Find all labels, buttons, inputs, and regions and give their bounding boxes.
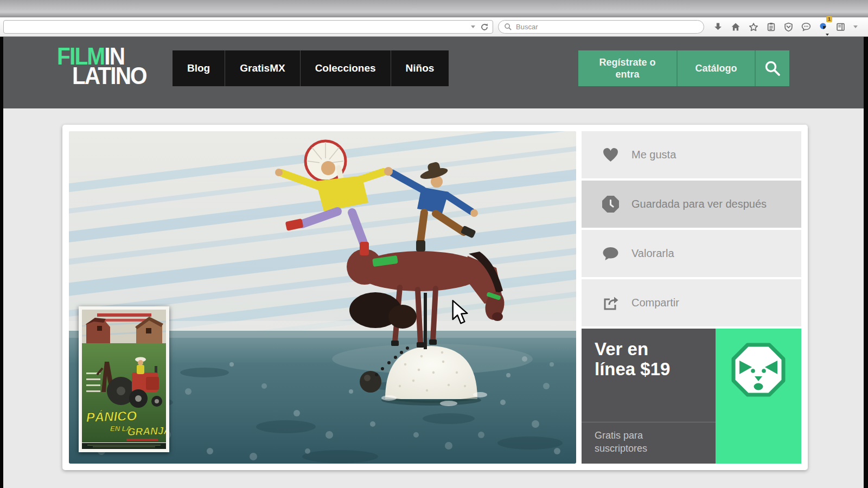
bookmarks-list-icon[interactable] [767, 22, 776, 31]
register-button[interactable]: Regístrate o entra [578, 50, 678, 86]
watch-later-button[interactable]: Guardada para ver después [582, 181, 801, 228]
share-label: Compartir [631, 297, 679, 309]
nav-item-colecciones[interactable]: Colecciones [301, 50, 391, 86]
extension-caret-icon [826, 34, 829, 36]
like-button[interactable]: Me gusta [582, 131, 801, 178]
toolbar-icons: 1 [713, 22, 858, 33]
poster-title-line3: GRANJA [127, 425, 166, 438]
catalog-button[interactable]: Catálogo [678, 50, 756, 86]
overflow-menu-icon[interactable] [853, 25, 858, 28]
address-dropdown-icon[interactable] [471, 25, 475, 28]
address-bar[interactable] [3, 20, 493, 34]
bookmark-star-icon[interactable] [749, 22, 758, 32]
main-nav: Blog GratisMX Colecciones Niños [173, 50, 449, 86]
watch-title-line1: Ver en [595, 339, 716, 359]
watch-title-line2: línea $19 [595, 359, 716, 380]
movie-actions-sidebar: Me gusta Guardada para ver después [582, 131, 801, 464]
watch-online-title: Ver en línea $19 [582, 329, 716, 380]
search-bar[interactable]: Buscar [498, 20, 704, 34]
filminlatino-page: FILMIN LATINO Blog GratisMX Colecciones … [3, 37, 864, 488]
subscription-button[interactable] [716, 329, 801, 464]
reload-icon[interactable] [480, 23, 489, 31]
sidebar-panel-icon[interactable] [836, 22, 845, 31]
extension-dot-icon [819, 22, 828, 30]
header-actions: Regístrate o entra Catálogo [578, 50, 789, 86]
heart-icon [602, 147, 619, 163]
logo-latino: LATINO [72, 66, 146, 86]
movie-poster-thumbnail[interactable]: PÁNICO EN LA GRANJA [79, 306, 169, 452]
watch-online-button[interactable]: Ver en línea $19 Gratis para suscriptore… [582, 329, 716, 464]
extension-badge: 1 [826, 16, 832, 23]
share-button[interactable]: Compartir [582, 279, 801, 326]
like-label: Me gusta [631, 149, 676, 161]
search-icon [504, 23, 512, 31]
download-icon[interactable] [713, 22, 723, 31]
browser-toolbar: Buscar [0, 17, 868, 37]
search-placeholder: Buscar [516, 23, 538, 31]
home-icon[interactable] [731, 22, 741, 31]
screen: Buscar [0, 0, 868, 488]
free-note-label: Gratis para suscriptores [595, 429, 671, 455]
nav-item-gratismx[interactable]: GratisMX [225, 50, 300, 86]
pocket-shield-icon[interactable] [784, 22, 793, 32]
movie-card: PÁNICO EN LA GRANJA [62, 125, 808, 470]
share-icon [602, 295, 619, 311]
messages-icon[interactable] [801, 22, 811, 31]
poster-artwork: PÁNICO EN LA GRANJA [82, 310, 166, 449]
watch-later-label: Guardada para ver después [631, 198, 767, 210]
site-header: FILMIN LATINO Blog GratisMX Colecciones … [3, 37, 864, 108]
clock-icon [602, 196, 619, 213]
extension-button[interactable]: 1 [819, 22, 828, 33]
filminlatino-logo[interactable]: FILMIN LATINO [57, 47, 146, 86]
rate-button[interactable]: Valorarla [582, 230, 801, 277]
purchase-panel: Ver en línea $19 Gratis para suscriptore… [582, 329, 801, 464]
movie-still[interactable]: PÁNICO EN LA GRANJA [69, 131, 576, 464]
nav-item-blog[interactable]: Blog [173, 50, 225, 86]
nav-item-ninos[interactable]: Niños [391, 50, 449, 86]
browser-viewport: FILMIN LATINO Blog GratisMX Colecciones … [0, 37, 868, 488]
free-for-subscribers[interactable]: Gratis para suscriptores [582, 422, 716, 464]
site-search-button[interactable] [756, 50, 789, 86]
comment-icon [602, 246, 619, 261]
rate-label: Valorarla [631, 247, 674, 260]
site-search-icon [763, 59, 782, 78]
window-title-bar [0, 0, 868, 17]
mouse-cursor [451, 300, 473, 326]
poster-title-line1: PÁNICO [86, 408, 137, 425]
dog-mascot-icon [731, 343, 786, 397]
